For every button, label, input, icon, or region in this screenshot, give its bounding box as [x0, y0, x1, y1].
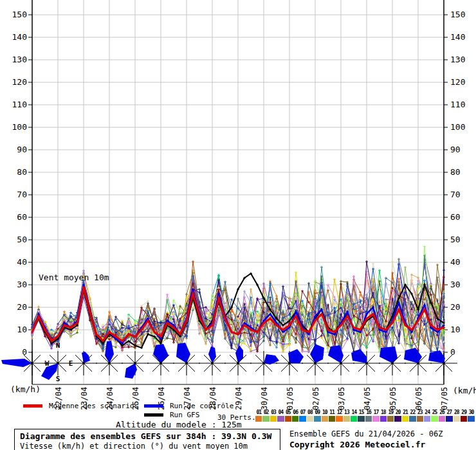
perturbation-entry: 04 [277, 410, 284, 422]
perturbation-entry: 08 [307, 410, 313, 422]
wind-rose [327, 345, 354, 375]
wind-rose-center [365, 362, 368, 364]
perturbation-color-swatch [351, 416, 357, 422]
perturbation-number: 14 [351, 410, 357, 415]
perturbation-color-swatch [424, 416, 430, 422]
perturbation-entry: 11 [329, 410, 335, 422]
perturbation-color-swatch [409, 416, 416, 422]
perturbation-color-swatch [461, 416, 467, 422]
wind-rose-center [314, 362, 316, 364]
wind-rose [122, 351, 149, 379]
y-axis-label-right: 110 [450, 100, 465, 109]
perturbation-color-swatch [402, 416, 408, 422]
perturbation-entry: 23 [417, 410, 423, 422]
y-axis-label-right: 90 [450, 145, 461, 154]
x-axis-date-label: 29/04 [234, 387, 243, 410]
wind-rose [147, 344, 174, 375]
perturbation-entry: 06 [292, 410, 298, 422]
wind-rose-center [391, 362, 394, 364]
x-axis-date-label: 03/05 [337, 387, 346, 410]
wind-rose-center [31, 362, 33, 364]
perturbation-entry: 15 [358, 410, 364, 422]
perturbation-color-swatch [322, 416, 328, 422]
perturbation-color-swatch [343, 416, 350, 422]
y-axis-label-left: 130 [12, 55, 27, 64]
wind-direction-petal [176, 343, 190, 363]
run-info: Ensemble GEFS du 21/04/2026 - 06Z [289, 429, 443, 438]
compass-label: W [45, 359, 50, 368]
perturbation-entry: 10 [322, 410, 328, 422]
perturbation-color-swatch [329, 416, 335, 422]
chart-title: Diagramme des ensembles GEFS sur 384h : … [20, 431, 280, 441]
wind-rose-center [82, 362, 85, 364]
wind-direction-petal [153, 344, 169, 363]
perturbation-color-swatch [372, 416, 379, 422]
y-axis-label-right: 40 [450, 257, 461, 267]
perturbation-entry: 09 [314, 410, 320, 422]
wind-rose: NSEW [41, 341, 73, 383]
chart-title-box: Diagramme des ensembles GEFS sur 384h : … [14, 429, 280, 450]
model-altitude-note: Altitude du modele : 125m [116, 420, 242, 429]
perturbation-entry: 20 [394, 410, 401, 422]
perturbation-number: 22 [409, 410, 416, 415]
perturbation-number: 23 [417, 410, 423, 415]
compass-label: N [56, 341, 60, 350]
y-axis-label-right: 50 [450, 235, 461, 244]
perturbation-number: 07 [299, 410, 306, 415]
wind-rose [404, 348, 432, 375]
y-axis-label-right: 30 [450, 280, 461, 289]
wind-rose [302, 344, 329, 375]
mean-line-swatch [23, 404, 42, 408]
unit-label-left: (km/h) [10, 384, 41, 394]
perturbation-color-swatch [439, 416, 445, 422]
y-axis-label-left: 70 [17, 190, 27, 199]
y-axis-label-right: 60 [450, 212, 461, 222]
perturbation-color-swatch [270, 416, 277, 422]
gfs-line-label: Run GFS [170, 411, 199, 419]
perturbation-number: 27 [446, 410, 452, 415]
perturbation-entry: 14 [351, 410, 357, 422]
perturbation-entry: 24 [424, 410, 430, 422]
perturbation-entry: 28 [453, 410, 460, 422]
y-axis-label-left: 20 [17, 302, 27, 312]
perturbation-number: 16 [365, 410, 372, 415]
perturbation-number: 04 [277, 410, 284, 415]
perturbation-number: 29 [461, 410, 467, 415]
perturbation-entry: 21 [402, 410, 408, 422]
perturbation-entry: 18 [380, 410, 387, 422]
perturbation-number: 17 [372, 410, 379, 415]
perturbation-number: 19 [387, 410, 394, 415]
perturbation-entry: 13 [343, 410, 350, 422]
perturbation-color-swatch [453, 416, 460, 422]
perturbation-entry: 26 [439, 410, 445, 422]
perturbation-entry: 19 [387, 410, 394, 422]
perturbation-entry: 05 [285, 410, 291, 422]
wind-rose [224, 345, 252, 375]
y-axis-label-right: 130 [450, 55, 465, 64]
ensemble-chart: 0010102020303040405050606070708080909010… [0, 0, 476, 450]
y-axis-label-left: 10 [17, 325, 27, 334]
y-axis-label-left: 40 [17, 257, 27, 267]
y-axis-label-left: 50 [17, 235, 27, 244]
y-axis-label-right: 140 [450, 32, 465, 42]
perturbation-color-swatch [365, 416, 372, 422]
perturbation-entry: 27 [446, 410, 452, 422]
wind-rose-center [417, 362, 419, 364]
perturbation-number: 08 [307, 410, 313, 415]
wind-rose [379, 346, 406, 375]
perturbation-number: 25 [431, 410, 437, 415]
wind-rose [199, 346, 226, 375]
wind-direction-petal [82, 352, 90, 363]
wind-rose-center [262, 362, 265, 364]
wind-rose [351, 349, 380, 375]
perturbation-number: 01 [255, 410, 262, 415]
perturbation-color-swatch [380, 416, 387, 422]
wind-rose-center [134, 362, 136, 364]
wind-rose-center [288, 362, 291, 364]
perturbation-entry: 03 [270, 410, 277, 422]
perturbation-number: 11 [329, 410, 335, 415]
perturbation-entry: 30 [468, 410, 474, 422]
perturbation-color-swatch [314, 416, 320, 422]
y-axis-label-left: 30 [17, 280, 27, 289]
perturbation-entry: 02 [262, 410, 269, 422]
